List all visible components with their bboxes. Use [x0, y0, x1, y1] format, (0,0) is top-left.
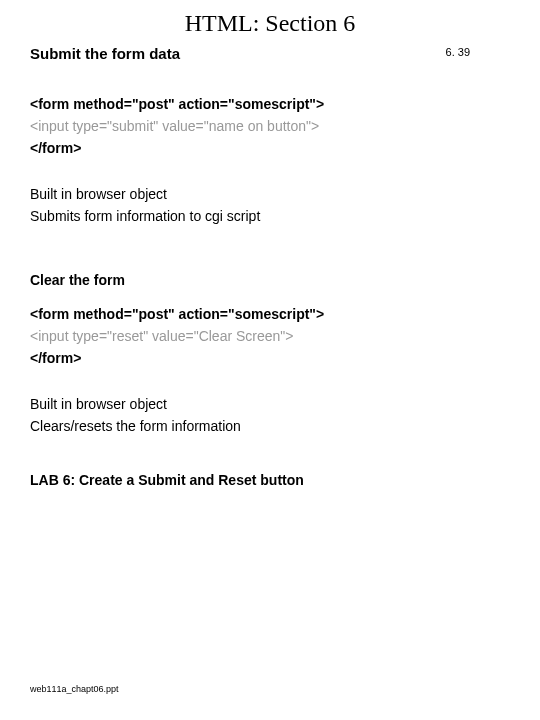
text-line: Submits form information to cgi script	[30, 208, 510, 224]
lab-heading: LAB 6: Create a Submit and Reset button	[30, 472, 510, 488]
text-line: Built in browser object	[30, 396, 510, 412]
page-number: 6. 39	[446, 46, 470, 58]
section1-codeblock: <form method="post" action="somescript">…	[30, 96, 510, 156]
slide-content: HTML: Section 6 6. 39 Submit the form da…	[0, 0, 540, 720]
text-line: Built in browser object	[30, 186, 510, 202]
code-line: <input type="reset" value="Clear Screen"…	[30, 328, 510, 344]
text-line: Clears/resets the form information	[30, 418, 510, 434]
code-line: <form method="post" action="somescript">	[30, 96, 510, 112]
section2-heading: Clear the form	[30, 272, 510, 288]
code-line: </form>	[30, 350, 510, 366]
code-line: <input type="submit" value="name on butt…	[30, 118, 510, 134]
code-line: </form>	[30, 140, 510, 156]
section2-codeblock: <form method="post" action="somescript">…	[30, 306, 510, 366]
section1-heading: Submit the form data	[30, 45, 510, 62]
code-line: <form method="post" action="somescript">	[30, 306, 510, 322]
footer-filename: web111a_chapt06.ppt	[30, 684, 119, 694]
page-title: HTML: Section 6	[30, 10, 510, 37]
